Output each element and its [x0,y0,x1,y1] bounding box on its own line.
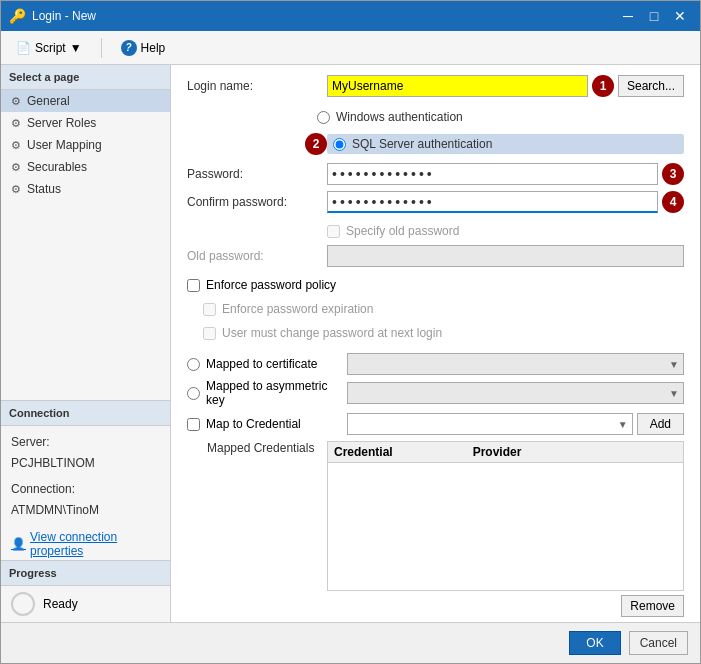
connection-header: Connection [1,400,170,426]
mapped-cert-row: Mapped to certificate ▼ [187,353,684,375]
map-cred-checkbox[interactable] [187,418,200,431]
badge-4: 4 [662,191,684,213]
old-password-row: Old password: [187,245,684,267]
confirm-password-input[interactable] [327,191,658,213]
minimize-button[interactable]: ─ [616,6,640,26]
server-label-row: Server: PCJHBLTINOM [11,432,160,475]
sql-auth-row: SQL Server authentication [327,134,684,154]
credential-table: Credential Provider [327,441,684,591]
mapped-cert-radio[interactable] [187,358,200,371]
sidebar-item-general-label: General [27,94,70,108]
script-icon: 📄 [16,41,31,55]
sidebar-item-server-roles[interactable]: ⚙ Server Roles [1,112,170,134]
title-bar-left: 🔑 Login - New [9,8,96,24]
sidebar-item-status[interactable]: ⚙ Status [1,178,170,200]
specify-old-pw-checkbox[interactable] [327,225,340,238]
connection-value: ATMDMN\TinoM [11,503,99,517]
mapped-cred-section: Mapped Credentials Credential Provider R… [187,441,684,617]
login-name-input[interactable] [327,75,588,97]
map-cred-label: Map to Credential [206,417,301,431]
mapped-cred-area: Credential Provider Remove [327,441,684,617]
badge-2: 2 [305,133,327,155]
confirm-password-field-row: 4 [327,191,684,213]
sidebar-item-securables[interactable]: ⚙ Securables [1,156,170,178]
ok-button[interactable]: OK [569,631,620,655]
old-password-input[interactable] [327,245,684,267]
confirm-password-label: Confirm password: [187,195,327,209]
add-button[interactable]: Add [637,413,684,435]
mapped-asym-arrow: ▼ [669,388,679,399]
connection-label: Connection: [11,482,75,496]
securables-icon: ⚙ [11,161,21,174]
help-icon: ? [121,40,137,56]
server-label: Server: [11,435,50,449]
bottom-bar: OK Cancel [1,622,700,663]
enforce-policy-checkbox[interactable] [187,279,200,292]
mapped-cert-label: Mapped to certificate [206,357,317,371]
mapped-asym-dropdown[interactable]: ▼ [347,382,684,404]
mapped-cert-radio-group: Mapped to certificate [187,357,347,371]
sidebar-item-server-roles-label: Server Roles [27,116,96,130]
close-button[interactable]: ✕ [668,6,692,26]
enforce-policy-row: Enforce password policy [187,275,684,295]
title-bar: 🔑 Login - New ─ □ ✕ [1,1,700,31]
cancel-button[interactable]: Cancel [629,631,688,655]
enforce-policy-label: Enforce password policy [206,278,336,292]
view-connection-props-link[interactable]: 👤 View connection properties [1,528,170,560]
user-must-change-row: User must change password at next login [203,323,684,343]
remove-button[interactable]: Remove [621,595,684,617]
maximize-button[interactable]: □ [642,6,666,26]
password-input[interactable] [327,163,658,185]
toolbar-separator [101,38,102,58]
windows-auth-radio[interactable] [317,111,330,124]
help-button[interactable]: ? Help [114,37,173,59]
title-bar-controls: ─ □ ✕ [616,6,692,26]
windows-auth-row: Windows authentication [317,107,684,127]
progress-header: Progress [1,560,170,586]
map-cred-checkbox-group: Map to Credential [187,417,347,431]
toolbar: 📄 Script ▼ ? Help [1,31,700,65]
status-icon: ⚙ [11,183,21,196]
enforce-expiry-label: Enforce password expiration [222,302,373,316]
badge-3: 3 [662,163,684,185]
sidebar-item-general[interactable]: ⚙ General [1,90,170,112]
enforce-expiry-checkbox[interactable] [203,303,216,316]
sidebar-spacer [1,200,170,400]
script-arrow: ▼ [70,41,82,55]
specify-old-pw-label: Specify old password [346,224,459,238]
specify-old-pw-row: Specify old password [327,221,684,241]
map-cred-dropdown[interactable]: ▼ [347,413,633,435]
password-row: Password: 3 [187,163,684,185]
mapped-asym-radio[interactable] [187,387,200,400]
view-props-icon: 👤 [11,537,26,551]
mapped-asym-radio-group: Mapped to asymmetric key [187,379,347,407]
mapped-cert-dropdown[interactable]: ▼ [347,353,684,375]
sidebar-item-status-label: Status [27,182,61,196]
provider-col-header: Provider [473,445,522,459]
sidebar-item-user-mapping[interactable]: ⚙ User Mapping [1,134,170,156]
login-name-row: Login name: 1 Search... [187,75,684,97]
user-mapping-icon: ⚙ [11,139,21,152]
login-name-label: Login name: [187,79,327,93]
credential-header: Credential Provider [328,442,683,463]
select-page-header: Select a page [1,65,170,90]
enforce-expiry-row: Enforce password expiration [203,299,684,319]
search-button[interactable]: Search... [618,75,684,97]
window: 🔑 Login - New ─ □ ✕ 📄 Script ▼ ? Help Se… [0,0,701,664]
sidebar-item-securables-label: Securables [27,160,87,174]
view-props-label: View connection properties [30,530,160,558]
connection-label-row: Connection: ATMDMN\TinoM [11,479,160,522]
user-must-change-checkbox[interactable] [203,327,216,340]
sql-auth-radio[interactable] [333,138,346,151]
progress-status: Ready [43,597,78,611]
login-name-field-row: 1 Search... [327,75,684,97]
script-button[interactable]: 📄 Script ▼ [9,38,89,58]
windows-auth-label: Windows authentication [336,110,463,124]
server-roles-icon: ⚙ [11,117,21,130]
old-password-label: Old password: [187,249,327,263]
map-cred-row: Map to Credential ▼ Add [187,413,684,435]
sql-auth-container: 2 SQL Server authentication [305,133,684,155]
window-icon: 🔑 [9,8,26,24]
help-label: Help [141,41,166,55]
sidebar: Select a page ⚙ General ⚙ Server Roles ⚙… [1,65,171,622]
